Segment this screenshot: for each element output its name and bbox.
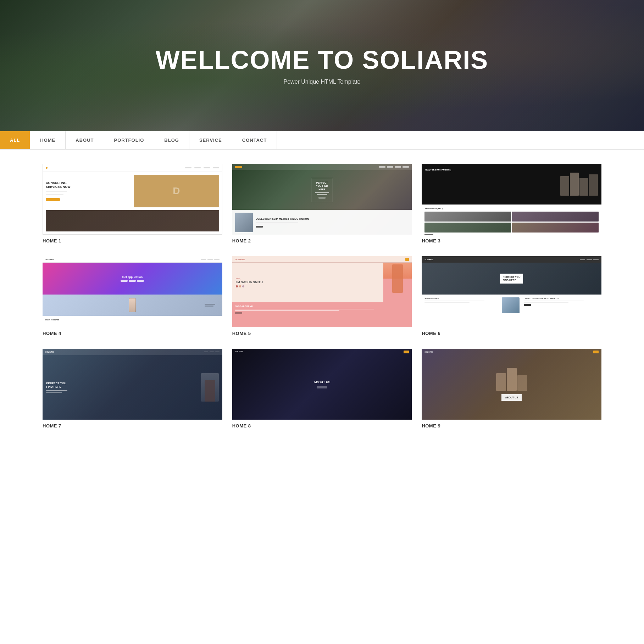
grid-item-home2: PERFECTYOU FINDHERE DONEC DIGNISSIM METU…	[232, 164, 412, 243]
grid-row-2: SOLIARIS Get application	[43, 256, 601, 336]
tab-home[interactable]: HOME	[30, 131, 66, 149]
grid-item-home8: SOLIARIS ABOUT US HOME 8	[232, 349, 412, 429]
home9-label: HOME 9	[422, 423, 601, 429]
grid-item-home3: Expression Feeling About our Agency	[422, 164, 601, 243]
preview-home4[interactable]: SOLIARIS Get application	[43, 256, 222, 327]
nav-tabs: ALL HOME ABOUT PORTFOLIO BLOG SERVICE CO…	[0, 131, 644, 150]
home4-label: HOME 4	[43, 331, 222, 336]
preview-header	[232, 164, 412, 170]
grid-item-home5: SOLIARIS hello, I'M SASHA SMITH	[232, 256, 412, 336]
home2-label: HOME 2	[232, 238, 412, 243]
preview-home6[interactable]: SOLIARIS PERFECT YOUFIND HERE	[422, 256, 601, 327]
tab-all[interactable]: ALL	[0, 131, 30, 149]
preview-home8[interactable]: SOLIARIS ABOUT US	[232, 349, 412, 420]
tab-portfolio[interactable]: PORTFOLIO	[104, 131, 155, 149]
hero-subtitle: Power Unique HTML Template	[284, 79, 361, 85]
nav	[379, 166, 409, 168]
home7-label: HOME 7	[43, 423, 222, 429]
grid-item-home1: CONSULTINGSERVICES NOW D HOME 1	[43, 164, 222, 243]
home8-label: HOME 8	[232, 423, 412, 429]
grid-section: CONSULTINGSERVICES NOW D HOME 1	[0, 150, 644, 455]
grid-row-3: SOLIARIS PERFECT YOUFIND HERE	[43, 349, 601, 429]
grid-row-1: CONSULTINGSERVICES NOW D HOME 1	[43, 164, 601, 243]
home5-label: HOME 5	[232, 331, 412, 336]
grid-item-home9: SOLIARIS ABOUT US HOM	[422, 349, 601, 429]
preview-home7[interactable]: SOLIARIS PERFECT YOUFIND HERE	[43, 349, 222, 420]
home1-label: HOME 1	[43, 238, 222, 243]
grid-item-home7: SOLIARIS PERFECT YOUFIND HERE	[43, 349, 222, 429]
tab-blog[interactable]: BLOG	[154, 131, 189, 149]
tab-contact[interactable]: CONTACT	[232, 131, 277, 149]
hero-title: WELLCOME TO SOLIARIS	[156, 46, 489, 74]
grid-item-home6: SOLIARIS PERFECT YOUFIND HERE	[422, 256, 601, 336]
logo-dot	[46, 167, 48, 169]
preview-home5[interactable]: SOLIARIS hello, I'M SASHA SMITH	[232, 256, 412, 327]
logo	[235, 166, 242, 168]
preview-header	[43, 164, 222, 172]
preview-home1[interactable]: CONSULTINGSERVICES NOW D	[43, 164, 222, 235]
preview-home2[interactable]: PERFECTYOU FINDHERE DONEC DIGNISSIM METU…	[232, 164, 412, 235]
home3-label: HOME 3	[422, 238, 601, 243]
tab-service[interactable]: SERVICE	[189, 131, 232, 149]
grid-item-home4: SOLIARIS Get application	[43, 256, 222, 336]
preview-home9[interactable]: SOLIARIS ABOUT US	[422, 349, 601, 420]
home6-label: HOME 6	[422, 331, 601, 336]
hero-section: WELLCOME TO SOLIARIS Power Unique HTML T…	[0, 0, 644, 131]
tab-about[interactable]: ABOUT	[66, 131, 104, 149]
preview-home3[interactable]: Expression Feeling About our Agency	[422, 164, 601, 235]
